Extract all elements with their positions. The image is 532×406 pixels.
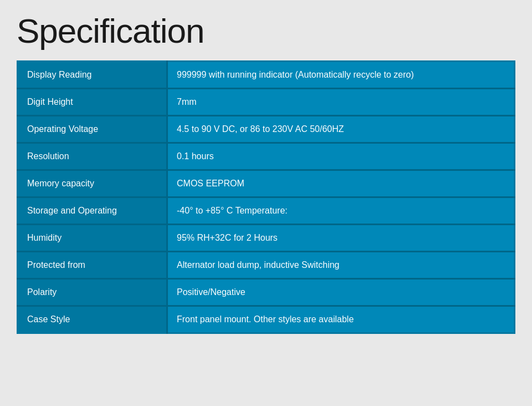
row-value: 999999 with running indicator (Automatic…: [167, 62, 515, 89]
row-label: Polarity: [18, 279, 167, 306]
row-value: 4.5 to 90 V DC, or 86 to 230V AC 50/60HZ: [167, 116, 515, 143]
row-value: -40° to +85° C Temperature:: [167, 197, 515, 225]
table-row: Case StyleFront panel mount. Other style…: [18, 306, 515, 333]
row-label: Digit Height: [18, 89, 167, 116]
page-title: Specification: [17, 11, 515, 50]
table-row: Operating Voltage4.5 to 90 V DC, or 86 t…: [18, 116, 515, 143]
row-value: CMOS EEPROM: [167, 170, 515, 197]
table-row: Resolution0.1 hours: [18, 143, 515, 170]
table-row: Display Reading999999 with running indic…: [18, 62, 515, 89]
row-label: Resolution: [18, 143, 167, 170]
row-value: Positive/Negative: [167, 279, 515, 306]
specification-table: Display Reading999999 with running indic…: [17, 60, 515, 334]
table-row: PolarityPositive/Negative: [18, 279, 515, 306]
row-label: Humidity: [18, 225, 167, 252]
row-label: Storage and Operating: [18, 197, 167, 225]
row-label: Memory capacity: [18, 170, 167, 197]
row-label: Display Reading: [18, 62, 167, 89]
row-value: Front panel mount. Other styles are avai…: [167, 306, 515, 333]
row-value: Alternator load dump, inductive Switchin…: [167, 252, 515, 279]
table-row: Protected fromAlternator load dump, indu…: [18, 252, 515, 279]
row-value: 95% RH+32C for 2 Hours: [167, 225, 515, 252]
table-row: Digit Height7mm: [18, 89, 515, 116]
row-label: Protected from: [18, 252, 167, 279]
row-label: Case Style: [18, 306, 167, 333]
row-value: 0.1 hours: [167, 143, 515, 170]
table-row: Humidity95% RH+32C for 2 Hours: [18, 225, 515, 252]
table-row: Storage and Operating-40° to +85° C Temp…: [18, 197, 515, 225]
row-value: 7mm: [167, 89, 515, 116]
table-row: Memory capacityCMOS EEPROM: [18, 170, 515, 197]
row-label: Operating Voltage: [18, 116, 167, 143]
